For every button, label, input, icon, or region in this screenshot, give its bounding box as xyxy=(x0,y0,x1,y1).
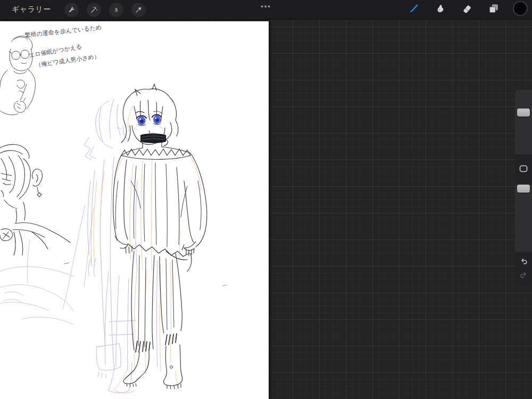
actions-button[interactable] xyxy=(64,3,79,17)
brush-tool-button[interactable] xyxy=(406,2,421,17)
redo-button[interactable] xyxy=(519,272,528,281)
wrench-icon xyxy=(68,6,76,14)
faint-sketch-layer xyxy=(0,205,227,325)
top-toolbar: ギャラリー S xyxy=(0,0,532,19)
opacity-slider[interactable] xyxy=(515,185,532,252)
lavender-undersketch-layer xyxy=(84,99,157,393)
drawing-canvas[interactable]: 繁殖の運命を歩んでいるため エロ催眠がつかえる （俺ピワ成人男小さめ） xyxy=(0,21,269,399)
layers-icon xyxy=(488,3,500,16)
transform-button[interactable] xyxy=(131,3,146,17)
brush-icon xyxy=(408,3,420,16)
smudge-tool-button[interactable] xyxy=(433,2,448,17)
toolbar-right-group xyxy=(406,2,532,17)
eraser-icon xyxy=(461,3,473,16)
adjustments-button[interactable] xyxy=(87,3,101,17)
sketch-man-left xyxy=(0,144,70,255)
undo-icon xyxy=(519,257,528,268)
smudge-icon xyxy=(435,3,446,16)
artwork-sketch: 繁殖の運命を歩んでいるため エロ催眠がつかえる （俺ピワ成人男小さめ） xyxy=(0,21,269,399)
svg-text:S: S xyxy=(115,6,118,12)
doodle-man-glasses xyxy=(0,36,35,115)
gallery-button[interactable]: ギャラリー xyxy=(12,5,51,14)
adjustments-wand-icon xyxy=(90,6,98,14)
undo-button[interactable] xyxy=(519,258,528,268)
sidebar-footer xyxy=(515,252,532,287)
eraser-tool-button[interactable] xyxy=(460,2,475,17)
opacity-handle[interactable] xyxy=(517,185,530,193)
brush-size-slider[interactable] xyxy=(515,90,532,154)
layers-button[interactable] xyxy=(486,2,501,17)
color-swatch-button[interactable] xyxy=(513,2,528,17)
modify-button[interactable] xyxy=(515,154,532,185)
selection-button[interactable]: S xyxy=(109,3,123,17)
brush-sidebar xyxy=(515,90,532,287)
transform-arrow-icon xyxy=(135,6,143,14)
window-drag-handle[interactable]: ••• xyxy=(261,2,271,10)
selection-s-icon: S xyxy=(112,6,120,14)
color-swatch xyxy=(513,1,528,18)
brush-size-handle[interactable] xyxy=(517,109,530,117)
character-choker xyxy=(140,134,166,143)
modify-square-icon xyxy=(519,165,528,174)
redo-icon xyxy=(519,271,528,282)
annotation-line-1: 繁殖の運命を歩んでいるため xyxy=(24,24,102,38)
toolbar-left-group: ギャラリー S xyxy=(0,3,146,17)
